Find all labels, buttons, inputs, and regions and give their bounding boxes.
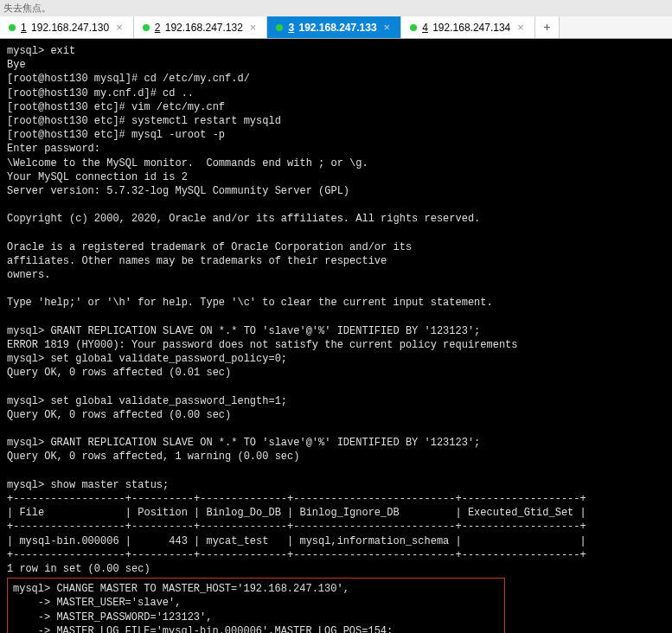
terminal-line: 1 row in set (0.00 sec) — [7, 563, 150, 575]
terminal-line: [root@host130 etc]# systemctl restart my… — [7, 115, 281, 127]
tab-bar: 1 192.168.247.130 × 2 192.168.247.132 × … — [0, 16, 672, 39]
terminal-line: affiliates. Other names may be trademark… — [7, 255, 387, 267]
terminal-line: owners. — [7, 269, 50, 281]
terminal-line: -> MASTER_LOG_FILE='mysql-bin.000006',MA… — [13, 625, 393, 633]
terminal-line: Enter password: — [7, 143, 100, 155]
terminal-line: mysql> GRANT REPLICATION SLAVE ON *.* TO… — [7, 437, 480, 449]
terminal-line: Bye — [7, 59, 26, 71]
terminal-line: Oracle is a registered trademark of Orac… — [7, 241, 412, 253]
terminal-line: +------------------+----------+---------… — [7, 549, 586, 561]
tab-title: 192.168.247.132 — [165, 22, 243, 34]
connected-icon — [143, 24, 150, 31]
terminal-line: -> MASTER_USER='slave', — [13, 597, 181, 609]
tab-title: 192.168.247.130 — [31, 22, 109, 34]
terminal-line: Query OK, 0 rows affected (0.00 sec) — [7, 409, 231, 421]
terminal-line: Query OK, 0 rows affected, 1 warning (0.… — [7, 451, 299, 463]
terminal-output[interactable]: mysql> exit Bye [root@host130 mysql]# cd… — [0, 39, 672, 633]
highlighted-command-box: mysql> CHANGE MASTER TO MASTER_HOST='192… — [7, 578, 505, 633]
tab-accelerator: 3 — [288, 22, 294, 34]
tab-title: 192.168.247.133 — [298, 22, 376, 34]
terminal-line: mysql> set global validate_password_leng… — [7, 395, 287, 407]
terminal-line: [root@host130 my.cnf.d]# cd .. — [7, 87, 194, 99]
tab-title: 192.168.247.134 — [432, 22, 510, 34]
status-text: 失去焦点。 — [3, 3, 51, 13]
terminal-line: +------------------+----------+---------… — [7, 493, 586, 505]
terminal-line: [root@host130 etc]# mysql -uroot -p — [7, 129, 225, 141]
terminal-line: mysql> show master status; — [7, 479, 169, 491]
close-icon[interactable]: × — [114, 21, 125, 34]
terminal-line: Query OK, 0 rows affected (0.01 sec) — [7, 367, 231, 379]
terminal-line: mysql> CHANGE MASTER TO MASTER_HOST='192… — [13, 583, 349, 595]
add-tab-button[interactable]: + — [535, 16, 560, 38]
connected-icon — [276, 24, 283, 31]
terminal-line: [root@host130 etc]# vim /etc/my.cnf — [7, 101, 225, 113]
close-icon[interactable]: × — [248, 21, 259, 34]
connected-icon — [9, 24, 16, 31]
terminal-line: ERROR 1819 (HY000): Your password does n… — [7, 339, 518, 351]
terminal-line: -> MASTER_PASSWORD='123123', — [13, 611, 212, 623]
tab-2[interactable]: 2 192.168.247.132 × — [134, 16, 268, 38]
window-status-bar: 失去焦点。 — [0, 0, 672, 16]
tab-4[interactable]: 4 192.168.247.134 × — [401, 16, 535, 38]
terminal-line: | File | Position | Binlog_Do_DB | Binlo… — [7, 507, 586, 519]
terminal-line: Copyright (c) 2000, 2020, Oracle and/or … — [7, 213, 480, 225]
terminal-line: [root@host130 mysql]# cd /etc/my.cnf.d/ — [7, 73, 250, 85]
terminal-line: | mysql-bin.000006 | 443 | mycat_test | … — [7, 535, 586, 547]
terminal-line: mysql> GRANT REPLICATION SLAVE ON *.* TO… — [7, 325, 480, 337]
tab-3[interactable]: 3 192.168.247.133 × — [267, 16, 401, 38]
terminal-line: +------------------+----------+---------… — [7, 521, 586, 533]
terminal-line: Type 'help;' or '\h' for help. Type '\c'… — [7, 297, 493, 309]
tab-accelerator: 2 — [155, 22, 161, 34]
terminal-line: mysql> exit — [7, 45, 75, 57]
tab-1[interactable]: 1 192.168.247.130 × — [0, 16, 134, 38]
close-icon[interactable]: × — [515, 21, 526, 34]
connected-icon — [410, 24, 417, 31]
terminal-line: Your MySQL connection id is 2 — [7, 171, 188, 183]
terminal-line: mysql> set global validate_password_poli… — [7, 353, 287, 365]
tab-accelerator: 1 — [21, 22, 27, 34]
close-icon[interactable]: × — [382, 21, 393, 34]
terminal-line: Server version: 5.7.32-log MySQL Communi… — [7, 185, 349, 197]
tab-accelerator: 4 — [422, 22, 428, 34]
terminal-line: \Welcome to the MySQL monitor. Commands … — [7, 157, 368, 169]
